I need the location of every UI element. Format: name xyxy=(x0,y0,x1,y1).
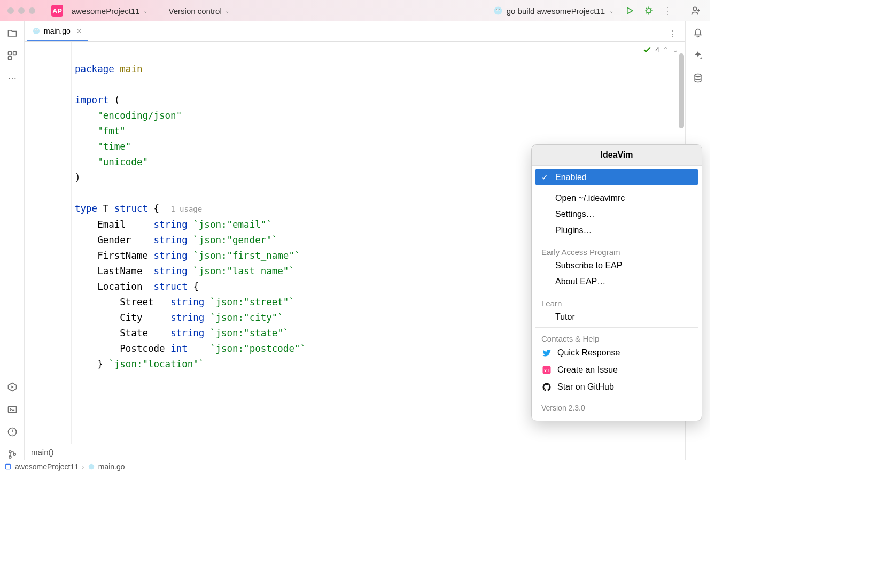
github-icon xyxy=(541,382,552,392)
go-icon xyxy=(88,463,95,470)
svg-point-15 xyxy=(13,453,15,455)
chevron-down-icon: ⌄ xyxy=(143,8,147,14)
popup-item-subscribe-eap[interactable]: Subscribe to EAP xyxy=(535,258,698,274)
popup-group-eap: Early Access Program xyxy=(535,243,698,258)
editor-tab-main-go[interactable]: main.go × xyxy=(27,22,88,41)
project-badge: AP xyxy=(51,5,63,17)
left-toolwindow-bar: ⋯ xyxy=(0,21,25,460)
close-window-icon[interactable] xyxy=(7,7,14,14)
run-icon[interactable] xyxy=(624,5,635,16)
svg-point-3 xyxy=(496,10,497,11)
check-icon xyxy=(642,45,652,55)
svg-rect-8 xyxy=(13,52,16,55)
navigation-bar: awesomeProject11 › main.go xyxy=(0,460,710,473)
breadcrumb-item[interactable]: main() xyxy=(31,447,54,457)
svg-text:YT: YT xyxy=(544,368,550,373)
popup-item-create-issue[interactable]: YT Create an Issue xyxy=(535,361,698,378)
popup-item-open-ideavimrc[interactable]: Open ~/.ideavimrc xyxy=(535,190,698,206)
vcs-label: Version control xyxy=(169,6,222,16)
svg-point-23 xyxy=(88,463,94,469)
git-tool-icon[interactable] xyxy=(7,449,18,460)
popup-group-learn: Learn xyxy=(535,295,698,309)
svg-point-19 xyxy=(35,30,35,30)
svg-point-20 xyxy=(37,30,37,30)
window-controls[interactable] xyxy=(7,7,35,14)
titlebar: AP awesomeProject11 ⌄ Version control ⌄ … xyxy=(0,0,710,21)
chevron-down-icon: ⌄ xyxy=(225,8,229,14)
svg-point-5 xyxy=(647,9,651,13)
svg-rect-9 xyxy=(8,57,11,60)
debug-icon[interactable] xyxy=(643,5,654,16)
svg-rect-22 xyxy=(5,464,10,469)
editor-tabs: main.go × ⋮ xyxy=(25,21,685,42)
tab-label: main.go xyxy=(44,27,71,35)
youtrack-icon: YT xyxy=(541,365,552,375)
svg-point-21 xyxy=(695,74,701,77)
notifications-icon[interactable] xyxy=(693,28,703,38)
check-icon: ✓ xyxy=(541,172,550,182)
svg-point-14 xyxy=(9,456,11,458)
chevron-down-icon: ⌄ xyxy=(609,8,613,14)
inspection-widget[interactable]: 4 ⌃ ⌄ xyxy=(642,45,679,55)
minimize-window-icon[interactable] xyxy=(18,7,25,14)
popup-item-quick-response[interactable]: Quick Response xyxy=(535,344,698,361)
project-selector[interactable]: awesomeProject11 ⌄ xyxy=(67,4,152,18)
problems-tool-icon[interactable] xyxy=(7,427,18,437)
popup-version: Version 2.3.0 xyxy=(535,400,698,417)
scrollbar-thumb[interactable] xyxy=(679,53,684,128)
module-icon xyxy=(4,463,12,470)
popup-item-settings[interactable]: Settings… xyxy=(535,206,698,222)
editor-breadcrumb[interactable]: main() xyxy=(25,444,685,460)
ideavim-popup: IdeaVim ✓ Enabled Open ~/.ideavimrc Sett… xyxy=(531,144,702,421)
nav-item-file[interactable]: main.go xyxy=(98,462,125,471)
database-icon[interactable] xyxy=(693,73,703,83)
twitter-icon xyxy=(541,347,552,358)
structure-tool-icon[interactable] xyxy=(7,50,18,61)
go-icon xyxy=(493,5,503,16)
popup-item-about-eap[interactable]: About EAP… xyxy=(535,274,698,290)
nav-item-project[interactable]: awesomeProject11 xyxy=(15,462,79,471)
terminal-tool-icon[interactable] xyxy=(7,404,18,415)
chevron-right-icon: › xyxy=(82,462,84,471)
svg-point-4 xyxy=(499,10,500,11)
popup-item-enabled[interactable]: ✓ Enabled xyxy=(535,169,698,185)
prev-highlight-icon[interactable]: ⌃ xyxy=(663,45,669,54)
run-config-label: go build awesomeProject11 xyxy=(507,6,605,16)
more-icon[interactable]: ⋮ xyxy=(663,5,672,17)
popup-item-plugins[interactable]: Plugins… xyxy=(535,222,698,238)
popup-item-tutor[interactable]: Tutor xyxy=(535,309,698,325)
editor-gutter[interactable] xyxy=(25,42,72,444)
svg-rect-7 xyxy=(8,52,11,55)
project-tool-icon[interactable] xyxy=(7,28,18,38)
tabs-menu-icon[interactable]: ⋮ xyxy=(664,27,681,41)
popup-item-star-github[interactable]: Star on GitHub xyxy=(535,378,698,396)
svg-point-13 xyxy=(9,451,11,453)
svg-rect-11 xyxy=(8,406,16,413)
ai-assistant-icon[interactable] xyxy=(693,50,703,61)
more-tool-icon[interactable]: ⋯ xyxy=(8,73,17,83)
services-tool-icon[interactable] xyxy=(7,382,18,392)
close-tab-icon[interactable]: × xyxy=(77,26,82,35)
inspection-count: 4 xyxy=(655,45,659,54)
popup-group-contacts: Contacts & Help xyxy=(535,330,698,344)
go-icon xyxy=(32,27,41,35)
popup-title: IdeaVim xyxy=(532,145,702,166)
maximize-window-icon[interactable] xyxy=(29,7,35,14)
project-name: awesomeProject11 xyxy=(72,6,140,16)
svg-point-0 xyxy=(494,7,502,15)
svg-point-16 xyxy=(33,28,40,34)
vcs-selector[interactable]: Version control ⌄ xyxy=(165,4,234,18)
run-config-selector[interactable]: go build awesomeProject11 ⌄ xyxy=(488,3,618,18)
svg-point-6 xyxy=(693,7,697,11)
add-user-icon[interactable] xyxy=(690,5,701,16)
